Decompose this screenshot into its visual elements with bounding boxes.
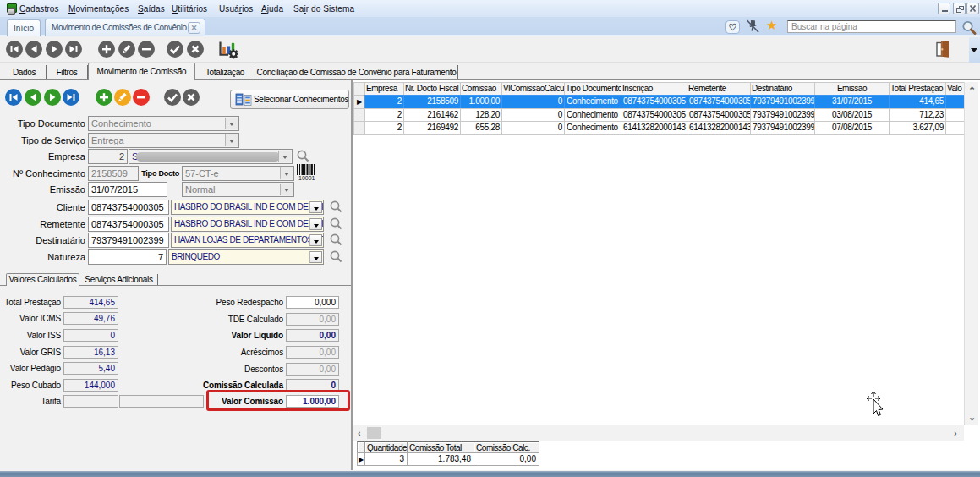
svg-text:10001: 10001 — [298, 175, 315, 181]
